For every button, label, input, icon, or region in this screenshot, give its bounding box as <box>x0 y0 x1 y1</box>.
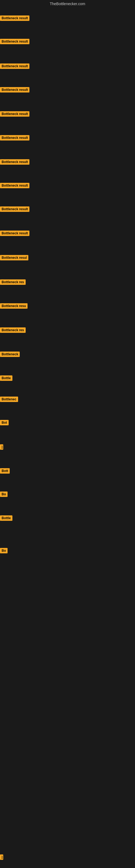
badge-24[interactable]: | <box>0 855 3 861</box>
badge-3[interactable]: Bottleneck result <box>0 63 30 70</box>
badge-16[interactable]: Bottle <box>0 375 12 382</box>
badge-12[interactable]: Bottleneck res <box>0 279 26 286</box>
badge-1-label: Bottleneck result <box>0 16 30 21</box>
site-title: TheBottlenecker.com <box>0 0 135 8</box>
badge-19[interactable]: | <box>0 444 3 451</box>
badge-17-label: Bottlenec <box>0 397 18 402</box>
badge-13[interactable]: Bottleneck resu <box>0 303 28 310</box>
badge-3-label: Bottleneck result <box>0 63 30 69</box>
badge-10-label: Bottleneck result <box>0 230 30 236</box>
badge-13-label: Bottleneck resu <box>0 303 28 309</box>
badge-24-label: | <box>0 855 3 860</box>
badge-4-label: Bottleneck result <box>0 87 30 93</box>
badge-23[interactable]: Bo <box>0 548 8 554</box>
badge-7-label: Bottleneck result <box>0 159 30 165</box>
badge-22-label: Bottle <box>0 516 12 521</box>
badge-9[interactable]: Bottleneck result <box>0 207 30 213</box>
badge-17[interactable]: Bottlenec <box>0 397 18 403</box>
badge-2-label: Bottleneck result <box>0 39 30 44</box>
badge-18-label: Bot <box>0 420 9 425</box>
badge-20-label: Bott <box>0 468 10 474</box>
badge-21-label: Bo <box>0 492 8 497</box>
badge-8-label: Bottleneck result <box>0 183 30 188</box>
badge-1[interactable]: Bottleneck result <box>0 16 30 22</box>
badge-11-label: Bottleneck resul <box>0 255 28 260</box>
badge-5-label: Bottleneck result <box>0 111 30 117</box>
badge-5[interactable]: Bottleneck result <box>0 111 30 118</box>
badge-9-label: Bottleneck result <box>0 207 30 212</box>
badge-15-label: Bottleneck <box>0 351 20 357</box>
badge-22[interactable]: Bottle <box>0 516 12 522</box>
badge-2[interactable]: Bottleneck result <box>0 39 30 45</box>
badge-7[interactable]: Bottleneck result <box>0 159 30 166</box>
badge-6[interactable]: Bottleneck result <box>0 135 30 142</box>
badge-19-label: | <box>0 444 3 450</box>
badge-15[interactable]: Bottleneck <box>0 351 20 358</box>
badge-18[interactable]: Bot <box>0 420 9 426</box>
badge-12-label: Bottleneck res <box>0 279 26 285</box>
badge-4[interactable]: Bottleneck result <box>0 87 30 94</box>
badge-20[interactable]: Bott <box>0 468 10 475</box>
badge-14[interactable]: Bottleneck res <box>0 328 26 334</box>
badge-6-label: Bottleneck result <box>0 135 30 141</box>
badge-11[interactable]: Bottleneck resul <box>0 255 28 261</box>
badge-14-label: Bottleneck res <box>0 328 26 333</box>
badge-21[interactable]: Bo <box>0 492 8 498</box>
badge-16-label: Bottle <box>0 375 12 381</box>
badge-8[interactable]: Bottleneck result <box>0 183 30 189</box>
badge-10[interactable]: Bottleneck result <box>0 230 30 237</box>
badge-23-label: Bo <box>0 548 8 553</box>
